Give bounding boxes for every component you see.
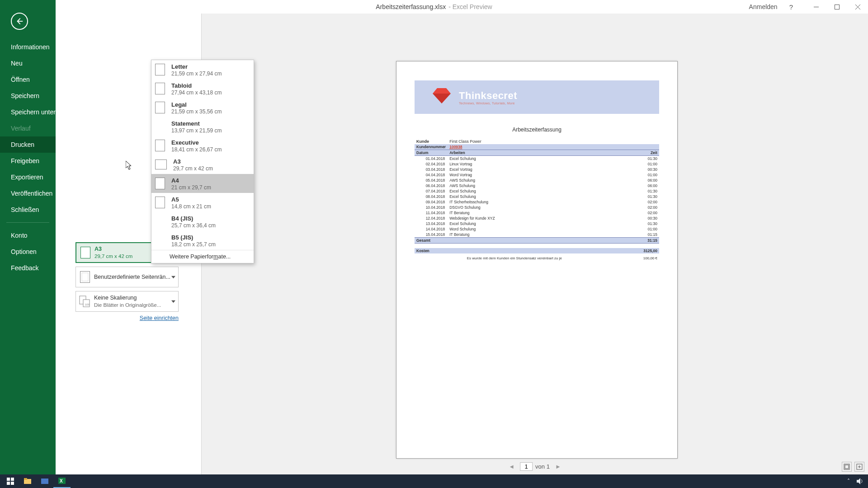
paper-option-b5-jis-[interactable]: B5 (JIS)18,2 cm x 25,7 cm <box>151 231 254 250</box>
scaling-sub: Die Blätter in Originalgröße... <box>94 302 178 309</box>
paper-option-statement[interactable]: Statement13,97 cm x 21,59 cm <box>151 117 254 136</box>
maximize-button[interactable] <box>826 0 847 14</box>
note-text: Es wurde mit dem Kunden ein Stundensatz … <box>415 253 614 261</box>
nav-item-neu[interactable]: Neu <box>0 55 56 71</box>
nav-item-verlauf: Verlauf <box>0 120 56 136</box>
page-number-input[interactable] <box>520 462 533 471</box>
help-button[interactable]: ? <box>789 3 793 11</box>
table-row: 15.04.2018IT Beratung01:15 <box>415 232 659 238</box>
paper-option-letter[interactable]: Letter21,59 cm x 27,94 cm <box>151 60 254 79</box>
paper-size-dropdown[interactable]: Letter21,59 cm x 27,94 cmTabloid27,94 cm… <box>151 60 254 263</box>
scaling-label: Keine Skalierung <box>94 295 137 301</box>
nav-separator <box>6 222 49 223</box>
table-row: 10.04.2018DSGVO Schulung02:00 <box>415 205 659 210</box>
table-row: 07.04.2018Excel Schulung01:30 <box>415 188 659 194</box>
nav-item-speichern-unter[interactable]: Speichern unter <box>0 104 56 120</box>
svg-rect-23 <box>11 482 14 485</box>
nav-item-optionen[interactable]: Optionen <box>0 244 56 260</box>
back-button[interactable] <box>11 13 28 30</box>
preview-page: Thinksecret Technews, Windows, Tutorials… <box>396 61 678 459</box>
page-of-label: von 1 <box>535 463 550 470</box>
paper-option-b4-jis-[interactable]: B4 (JIS)25,7 cm x 36,4 cm <box>151 212 254 231</box>
table-row: 04.04.2018Word Vortrag01:00 <box>415 172 659 178</box>
print-settings-panel: Letter21,59 cm x 27,94 cmTabloid27,94 cm… <box>75 30 179 322</box>
margins-label: Benutzerdefinierte Seitenrän... <box>94 274 170 280</box>
page-setup-link[interactable]: Seite einrichten <box>140 315 179 321</box>
nav-item-schließen[interactable]: Schließen <box>0 202 56 218</box>
chevron-down-icon <box>171 297 175 305</box>
print-preview-area: Thinksecret Technews, Windows, Tutorials… <box>201 14 868 474</box>
svg-text:X: X <box>60 479 63 483</box>
kunde-label: Kunde <box>416 139 429 144</box>
logo-subtitle: Technews, Windows, Tutorials, More <box>459 102 517 105</box>
paper-option-a3[interactable]: A329,7 cm x 42 cm <box>151 155 254 174</box>
more-paper-sizes[interactable]: Weitere Papierformate... <box>151 250 254 263</box>
paper-option-executive[interactable]: Executive18,41 cm x 26,67 cm <box>151 136 254 155</box>
close-button[interactable] <box>847 0 868 14</box>
svg-marker-12 <box>171 300 175 303</box>
svg-marker-14 <box>433 94 451 103</box>
nav-item-feedback[interactable]: Feedback <box>0 260 56 276</box>
app-taskbar-icon[interactable] <box>36 474 53 488</box>
nav-item-freigeben[interactable]: Freigeben <box>0 153 56 169</box>
total-value: 31:15 <box>614 238 659 244</box>
svg-rect-1 <box>835 5 839 9</box>
zoom-to-page-button[interactable] <box>854 462 864 472</box>
nav-item-drucken[interactable]: Drucken <box>0 136 56 153</box>
margins-selector[interactable]: Benutzerdefinierte Seitenrän... <box>75 267 179 287</box>
logo-icon <box>428 88 455 106</box>
nav-item-öffnen[interactable]: Öffnen <box>0 71 56 88</box>
paper-option-a4[interactable]: A421 cm x 29,7 cm <box>151 174 254 193</box>
paper-option-tabloid[interactable]: Tabloid27,94 cm x 43,18 cm <box>151 79 254 98</box>
table-row: 03.04.2018Excel Vortrag00:30 <box>415 167 659 172</box>
excel-taskbar-icon[interactable]: X <box>53 474 71 488</box>
start-button[interactable] <box>2 474 19 488</box>
kunde-value: First Class Power <box>448 137 659 144</box>
scaling-selector[interactable]: 100 Keine Skalierung Die Blätter in Orig… <box>75 291 179 312</box>
col-time: Zeit <box>614 150 659 156</box>
show-margins-button[interactable] <box>842 462 852 472</box>
paper-option-a5[interactable]: A514,8 cm x 21 cm <box>151 193 254 212</box>
note-rate: 100,00 € <box>614 253 659 261</box>
table-row: 08.04.2018Excel Schulung01:30 <box>415 194 659 199</box>
col-date: Datum <box>415 150 448 156</box>
file-explorer-taskbar-icon[interactable] <box>19 474 36 488</box>
nav-item-informationen[interactable]: Informationen <box>0 39 56 55</box>
minimize-button[interactable] <box>806 0 826 14</box>
login-link[interactable]: Anmelden <box>749 3 778 10</box>
cost-label: Kosten <box>415 248 448 253</box>
window-title: Arbeitszeiterfassung.xlsx <box>376 3 446 10</box>
svg-rect-26 <box>41 479 48 484</box>
logo-text: Thinksecret <box>459 90 517 102</box>
nav-item-speichern[interactable]: Speichern <box>0 88 56 104</box>
timesheet-table: KundeFirst Class Power Kundennummer10093… <box>415 137 659 261</box>
table-row: 05.04.2018AWS Schulung06:00 <box>415 178 659 183</box>
svg-text:100: 100 <box>85 303 90 306</box>
cost-value: 3125,00 <box>448 248 659 253</box>
table-row: 12.04.2018Webdesign für Kunde XYZ00:30 <box>415 216 659 221</box>
doc-header-band: Thinksecret Technews, Windows, Tutorials… <box>415 80 659 114</box>
table-row: 14.04.2018Word Schulung01:00 <box>415 226 659 232</box>
table-row: 06.04.2018AWS Schulung06:00 <box>415 183 659 188</box>
windows-taskbar: X ˄ <box>0 474 868 488</box>
total-label: Gesamt <box>415 238 448 244</box>
table-row: 01.04.2018Excel Schulung01:30 <box>415 156 659 162</box>
backstage-sidebar: InformationenNeuÖffnenSpeichernSpeichern… <box>0 0 56 474</box>
kundennr-value: 100938 <box>449 145 462 149</box>
svg-marker-29 <box>857 478 860 484</box>
nav-item-konto[interactable]: Konto <box>0 227 56 244</box>
table-row: 11.04.2018IT Beratung02:00 <box>415 210 659 216</box>
doc-title: Arbeitszeiterfassung <box>415 127 659 133</box>
tray-chevron-icon[interactable]: ˄ <box>847 478 850 484</box>
nav-item-exportieren[interactable]: Exportieren <box>0 169 56 185</box>
prev-page-button[interactable]: ◄ <box>506 463 517 470</box>
tray-volume-icon[interactable] <box>856 478 863 485</box>
svg-rect-16 <box>845 465 849 469</box>
table-row: 09.04.2018IT Sicherheitsschulung02:00 <box>415 199 659 205</box>
table-row: 13.04.2018Excel Schulung01:30 <box>415 221 659 226</box>
nav-item-veröffentlichen[interactable]: Veröffentlichen <box>0 185 56 202</box>
chevron-down-icon <box>171 273 175 281</box>
next-page-button[interactable]: ► <box>552 463 564 470</box>
paper-option-legal[interactable]: Legal21,59 cm x 35,56 cm <box>151 98 254 117</box>
page-navigator: ◄ von 1 ► <box>506 462 564 471</box>
